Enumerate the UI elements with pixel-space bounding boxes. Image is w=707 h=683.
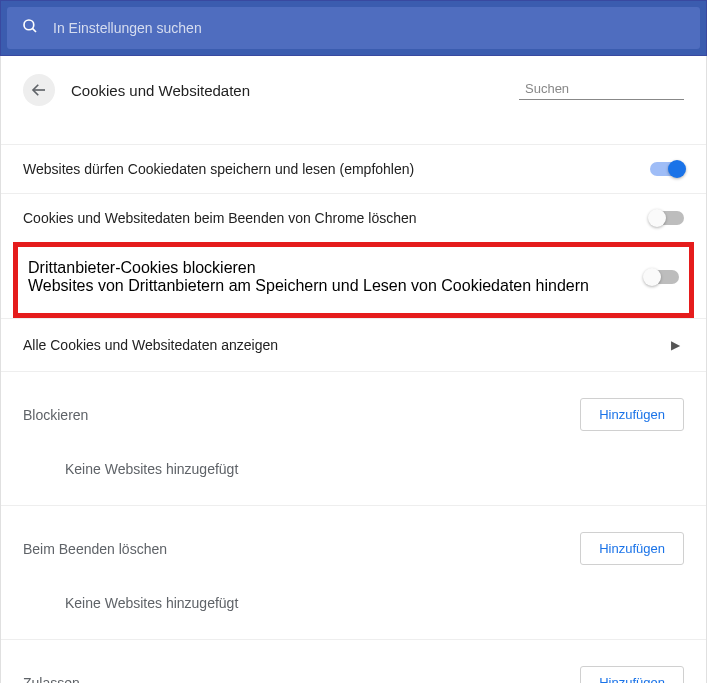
section-title: Blockieren: [23, 407, 88, 423]
page-header: Cookies und Websitedaten: [1, 56, 706, 116]
add-clear-on-exit-button[interactable]: Hinzufügen: [580, 532, 684, 565]
arrow-left-icon: [30, 81, 48, 99]
setting-allow-cookies: Websites dürfen Cookiedaten speichern un…: [1, 144, 706, 193]
setting-clear-on-exit: Cookies und Websitedaten beim Beenden vo…: [1, 193, 706, 242]
setting-label: Drittanbieter-Cookies blockieren: [28, 259, 589, 277]
toggle-allow-cookies[interactable]: [650, 162, 684, 176]
chevron-right-icon: ▶: [671, 338, 680, 352]
setting-block-third-party-highlighted: Drittanbieter-Cookies blockieren Website…: [13, 242, 694, 318]
section-title: Beim Beenden löschen: [23, 541, 167, 557]
back-button[interactable]: [23, 74, 55, 106]
svg-line-1: [32, 28, 36, 32]
add-block-button[interactable]: Hinzufügen: [580, 398, 684, 431]
setting-description: Websites von Drittanbietern am Speichern…: [28, 277, 589, 295]
content-panel: Cookies und Websitedaten Websites dürfen…: [0, 56, 707, 683]
search-icon: [21, 17, 39, 39]
local-search-container[interactable]: [519, 81, 684, 100]
section-allow: Zulassen Hinzufügen Keine Websites hinzu…: [1, 639, 706, 683]
empty-message: Keine Websites hinzugefügt: [23, 437, 684, 505]
empty-message: Keine Websites hinzugefügt: [23, 571, 684, 639]
svg-point-0: [24, 20, 34, 30]
link-label: Alle Cookies und Websitedaten anzeigen: [23, 337, 278, 353]
section-title: Zulassen: [23, 675, 80, 684]
setting-label: Cookies und Websitedaten beim Beenden vo…: [23, 210, 630, 226]
page-title: Cookies und Websitedaten: [71, 82, 503, 99]
section-clear-on-exit: Beim Beenden löschen Hinzufügen Keine We…: [1, 505, 706, 639]
view-all-cookies-link[interactable]: Alle Cookies und Websitedaten anzeigen ▶: [1, 318, 706, 371]
setting-label: Websites dürfen Cookiedaten speichern un…: [23, 161, 630, 177]
local-search-input[interactable]: [525, 81, 693, 96]
toggle-block-third-party[interactable]: [645, 270, 679, 284]
section-block: Blockieren Hinzufügen Keine Websites hin…: [1, 371, 706, 505]
global-search-input[interactable]: [53, 20, 686, 36]
add-allow-button[interactable]: Hinzufügen: [580, 666, 684, 683]
top-search-bar: [0, 0, 707, 56]
toggle-clear-on-exit[interactable]: [650, 211, 684, 225]
global-search-container[interactable]: [7, 7, 700, 49]
